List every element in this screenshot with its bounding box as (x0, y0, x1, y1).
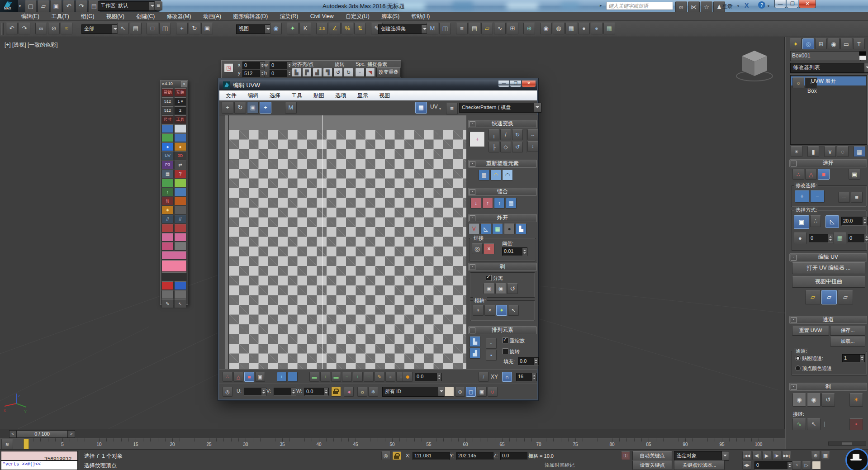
next-frame-arrow[interactable]: > (68, 430, 75, 438)
curve-editor-button[interactable]: ∿ (494, 23, 506, 34)
grow-selection-button[interactable]: + (795, 190, 809, 203)
spinner-icon[interactable] (531, 373, 536, 381)
layer-manager-button[interactable]: ≡ (456, 23, 468, 34)
stitch-target-button[interactable]: ▦ (506, 198, 517, 209)
uv-tool-1[interactable] (161, 124, 174, 133)
object-color-swatch[interactable] (859, 51, 866, 60)
break-button[interactable]: V (469, 223, 479, 234)
go-to-end-button[interactable]: ▶▶| (782, 451, 791, 460)
planar-threshold-field[interactable]: 0 (809, 234, 833, 243)
rect-region-button[interactable]: □ (147, 23, 158, 34)
toolbar-options-icon[interactable]: ≡ (154, 1, 162, 10)
auto-pin-button[interactable]: ✦ (496, 305, 507, 316)
menu-animation[interactable]: 动画(A) (198, 12, 226, 21)
menu-help[interactable]: 帮助(H) (407, 12, 435, 21)
uv-tool-33[interactable] (174, 281, 186, 290)
rotate-checkbox-row[interactable]: 旋转 (503, 348, 520, 355)
uv-tool-15[interactable]: ↑ (161, 188, 174, 196)
key-mode-toggle[interactable]: ◀▶ (742, 461, 751, 470)
flatten-spherical-button[interactable]: ● (504, 223, 515, 234)
menu-views[interactable]: 视图(V) (101, 12, 129, 21)
soft-selection-field[interactable]: 0.0 (415, 373, 442, 381)
y-coord-field[interactable]: 202.145 (456, 452, 493, 460)
uv-tool-9[interactable]: P3 (161, 161, 174, 169)
pan-time-button[interactable]: ▦ (821, 451, 830, 460)
absolute-offset-toggle[interactable]: ◎ (223, 387, 232, 397)
keyboard-override-button[interactable]: K (299, 23, 311, 34)
bind-spacewarp-button[interactable]: ≈ (61, 23, 72, 34)
open-uv-editor-button[interactable]: 打开 UV 编辑器 ... (792, 262, 865, 274)
uv-tool-6[interactable]: ● (174, 142, 186, 151)
play-button[interactable]: ▶ (762, 451, 771, 460)
select-manipulate-button[interactable]: ✦ (287, 23, 299, 34)
spinner-icon[interactable] (291, 388, 296, 395)
selected-filter-select[interactable]: 选定对象 (674, 451, 729, 461)
uv-tool-2[interactable] (174, 124, 186, 133)
new-file-icon[interactable]: ▢ (25, 0, 37, 12)
menu-graph-editors[interactable]: 图形编辑器(D) (228, 12, 273, 21)
pin-stack-button[interactable]: ✳ (791, 146, 802, 157)
remove-modifier-button[interactable]: ◌ (837, 146, 849, 157)
tab-display[interactable]: ▭ (840, 38, 852, 49)
tool-panel-close-icon[interactable]: x (181, 81, 187, 87)
uv-tool-5[interactable]: ● (161, 142, 174, 151)
rotate-ccw-90-button[interactable]: ↺ (333, 68, 343, 77)
move-button[interactable]: + (176, 23, 188, 34)
reset-uvw-button[interactable]: 重置 UVW (792, 326, 829, 336)
uv-tool-20[interactable] (174, 206, 186, 214)
size-1-select[interactable]: 1 ▾ (174, 97, 186, 106)
point-to-point-button[interactable]: ∴ (810, 215, 821, 227)
collapse-icon[interactable]: - (791, 161, 797, 166)
select-by-smoothing-button[interactable]: ▦ (834, 233, 846, 244)
size-label[interactable]: 尺寸 (161, 115, 174, 124)
filter-selected-faces-button[interactable]: ◄ (344, 387, 354, 397)
rotate-uv-button[interactable]: ↻ (234, 102, 246, 114)
uv-tool-16[interactable] (174, 188, 186, 196)
set-key-big-button[interactable]: ⚿ (621, 451, 630, 460)
menu-scripting[interactable]: 脚本(S) (376, 12, 404, 21)
grow-element-button[interactable]: + (277, 372, 287, 382)
material-id-select[interactable]: 所有 ID (382, 387, 446, 397)
h-field[interactable]: 0 (270, 70, 292, 77)
distribute-h-button[interactable]: ↔ (527, 129, 538, 140)
map-channel-radio[interactable] (795, 356, 801, 361)
uv-tool-34[interactable] (161, 290, 174, 299)
selection-lock-toggle[interactable] (392, 451, 401, 460)
rollout-peel-panel[interactable]: - 剥 (789, 383, 867, 391)
close-button[interactable]: ✕ (799, 0, 816, 8)
reshape-grid-button[interactable]: ▦ (479, 170, 489, 180)
align-pivot-button[interactable]: + (470, 132, 485, 147)
uv-tool-8[interactable]: 3D (174, 152, 186, 160)
edge-mode-button[interactable]: △ (233, 372, 243, 382)
align-right-button[interactable]: ▜ (323, 68, 332, 77)
pack-columns-button[interactable]: ▟ (470, 348, 480, 359)
w-field[interactable]: 0 (270, 62, 292, 69)
space-horizontal-button[interactable]: ├ (489, 142, 499, 152)
ribbon-toggle-button[interactable]: ▱ (481, 23, 493, 34)
flatten-by-material-button[interactable]: ▙ (516, 223, 526, 234)
loop-button[interactable]: ≡ (851, 192, 863, 203)
paint-select-button[interactable]: ✎ (375, 372, 384, 382)
stack-row-uvw-unwrap[interactable]: ☼+ UVW 展开 (791, 76, 866, 85)
tools-label[interactable]: 工具 (174, 115, 186, 124)
current-frame-field[interactable]: 0 (754, 461, 792, 470)
reference-coordinate-select[interactable]: 视图 (236, 24, 272, 34)
spinner-icon[interactable] (864, 234, 868, 242)
grow-selection-button[interactable]: ▬ (309, 372, 319, 382)
rollout-selection[interactable]: - 选择 (789, 159, 867, 167)
spinner-icon[interactable] (261, 388, 266, 395)
rotate-button[interactable]: ↻ (189, 23, 200, 34)
dialog-menu-edit[interactable]: 编辑 (243, 90, 263, 100)
uv-tool-29[interactable] (161, 251, 187, 260)
polygon-subobj-button[interactable]: ■ (818, 169, 830, 180)
exchange-apps-icon[interactable]: X (745, 2, 749, 9)
point-to-point-seam-button[interactable]: ↖ (807, 418, 821, 430)
select-by-angle-button[interactable]: ◺ (825, 215, 839, 228)
spinner-snap-button[interactable]: ⇅ (354, 23, 366, 34)
tab-motion[interactable]: ◉ (828, 38, 840, 49)
dialog-menu-select[interactable]: 选择 (265, 90, 285, 100)
soft-selection-button[interactable]: ● (403, 372, 413, 382)
size-512b-label[interactable]: 512 (161, 106, 174, 115)
reset-peel-button[interactable]: ↺ (821, 393, 835, 407)
uv-tool-14[interactable] (174, 179, 186, 187)
